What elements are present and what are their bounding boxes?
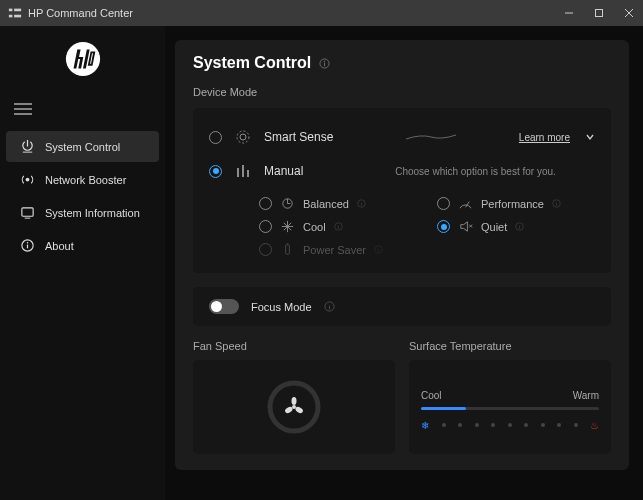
- fan-speed-label: Fan Speed: [193, 340, 395, 352]
- flame-icon: ♨: [590, 420, 599, 431]
- svg-point-17: [27, 242, 29, 244]
- smart-sense-icon: [234, 128, 252, 146]
- menu-toggle[interactable]: [0, 96, 165, 130]
- info-icon[interactable]: [334, 222, 343, 231]
- focus-mode-label: Focus Mode: [251, 301, 312, 313]
- info-icon[interactable]: [552, 199, 561, 208]
- sidebar-item-label: About: [45, 240, 74, 252]
- smart-sense-radio[interactable]: [209, 131, 222, 144]
- system-control-panel: System Control Device Mode Smart Sense L…: [175, 40, 629, 470]
- manual-label: Manual: [264, 164, 344, 178]
- sidebar-item-network-booster[interactable]: Network Booster: [6, 164, 159, 195]
- cool-option[interactable]: Cool: [259, 219, 417, 234]
- focus-mode-box: Focus Mode: [193, 287, 611, 326]
- manual-radio[interactable]: [209, 165, 222, 178]
- chevron-down-icon: [585, 132, 595, 142]
- window-controls: [563, 7, 635, 19]
- titlebar-title: HP Command Center: [28, 7, 563, 19]
- svg-point-13: [26, 178, 30, 182]
- sidebar-item-label: System Information: [45, 207, 140, 219]
- smart-wave-icon: [401, 132, 461, 142]
- fan-speed-card: Fan Speed: [193, 340, 395, 454]
- quiet-icon: [458, 219, 473, 234]
- cool-icon: [280, 219, 295, 234]
- svg-rect-0: [9, 9, 13, 12]
- minimize-button[interactable]: [563, 7, 575, 19]
- fan-dial-icon: [266, 379, 322, 435]
- svg-point-8: [65, 42, 99, 76]
- page-title: System Control: [193, 54, 611, 72]
- surface-temp-card: Surface Temperature Cool Warm ❄ ♨: [409, 340, 611, 454]
- manual-desc: Choose which option is best for you.: [356, 166, 595, 177]
- sidebar: System Control Network Booster System In…: [0, 26, 165, 500]
- performance-icon: [458, 196, 473, 211]
- device-mode-box: Smart Sense Learn more Manual Choose whi…: [193, 108, 611, 273]
- power-saver-icon: [280, 242, 295, 257]
- info-icon[interactable]: [515, 222, 524, 231]
- info-icon[interactable]: [319, 58, 330, 69]
- power-saver-radio: [259, 243, 272, 256]
- close-button[interactable]: [623, 7, 635, 19]
- info-icon[interactable]: [357, 199, 366, 208]
- hamburger-icon: [14, 102, 32, 116]
- svg-rect-14: [22, 208, 33, 216]
- hp-logo: [64, 40, 102, 78]
- svg-point-50: [292, 405, 296, 409]
- svg-rect-26: [247, 170, 249, 177]
- cool-radio[interactable]: [259, 220, 272, 233]
- svg-point-20: [324, 60, 325, 61]
- svg-line-30: [466, 202, 470, 208]
- temp-bar: [421, 407, 599, 410]
- performance-radio[interactable]: [437, 197, 450, 210]
- svg-rect-3: [14, 15, 21, 18]
- svg-rect-24: [237, 168, 239, 177]
- manual-row: Manual Choose which option is best for y…: [209, 156, 595, 190]
- system-control-icon: [20, 139, 35, 154]
- temp-warm-label: Warm: [573, 390, 599, 401]
- manual-icon: [234, 162, 252, 180]
- titlebar: HP Command Center: [0, 0, 643, 26]
- sidebar-item-system-information[interactable]: System Information: [6, 197, 159, 228]
- smart-sense-label: Smart Sense: [264, 130, 344, 144]
- power-saver-option: Power Saver: [259, 242, 417, 257]
- svg-rect-43: [286, 245, 290, 254]
- temp-scale: ❄ ♨: [421, 420, 599, 431]
- smart-sense-row: Smart Sense Learn more: [209, 122, 595, 156]
- network-booster-icon: [20, 172, 35, 187]
- focus-mode-toggle[interactable]: [209, 299, 239, 314]
- system-info-icon: [20, 205, 35, 220]
- learn-more-link[interactable]: Learn more: [519, 132, 570, 143]
- sidebar-item-about[interactable]: About: [6, 230, 159, 261]
- svg-point-22: [240, 134, 246, 140]
- app-icon: [8, 6, 22, 20]
- svg-point-51: [292, 397, 297, 405]
- svg-point-23: [237, 131, 249, 143]
- quiet-radio[interactable]: [437, 220, 450, 233]
- maximize-button[interactable]: [593, 7, 605, 19]
- sidebar-item-label: Network Booster: [45, 174, 126, 186]
- sidebar-item-label: System Control: [45, 141, 120, 153]
- about-icon: [20, 238, 35, 253]
- balanced-radio[interactable]: [259, 197, 272, 210]
- surface-temp-label: Surface Temperature: [409, 340, 611, 352]
- sidebar-item-system-control[interactable]: System Control: [6, 131, 159, 162]
- snowflake-icon: ❄: [421, 420, 429, 431]
- performance-option[interactable]: Performance: [437, 196, 595, 211]
- svg-rect-1: [9, 15, 13, 18]
- svg-rect-5: [596, 10, 603, 17]
- balanced-option[interactable]: Balanced: [259, 196, 417, 211]
- svg-rect-25: [242, 165, 244, 177]
- svg-rect-2: [14, 9, 21, 12]
- info-icon: [374, 245, 383, 254]
- quiet-option[interactable]: Quiet: [437, 219, 595, 234]
- temp-cool-label: Cool: [421, 390, 442, 401]
- balanced-icon: [280, 196, 295, 211]
- device-mode-label: Device Mode: [193, 86, 611, 98]
- info-icon[interactable]: [324, 301, 335, 312]
